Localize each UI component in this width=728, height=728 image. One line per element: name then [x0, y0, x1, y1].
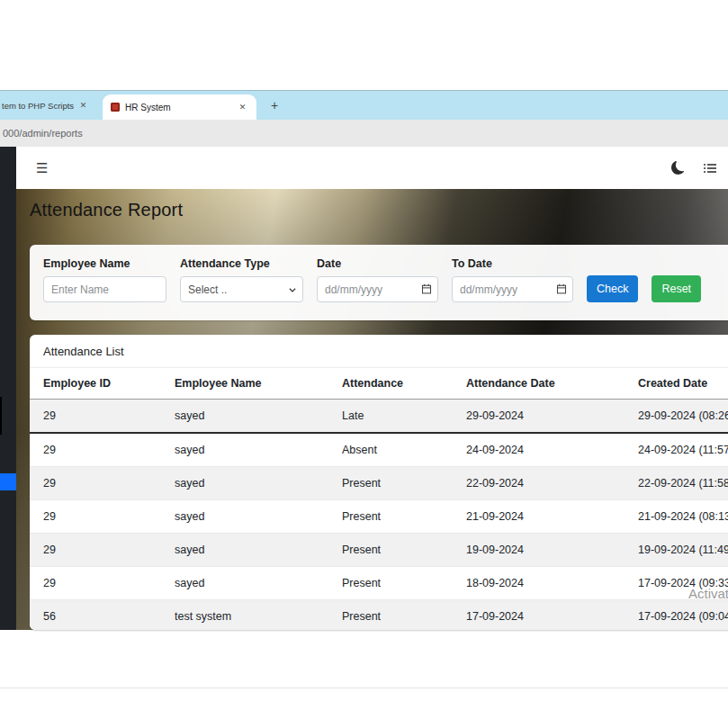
cell-employee-id: 29 [30, 433, 175, 467]
moon-icon [671, 161, 685, 175]
cell-attendance-date: 24-09-2024 [466, 433, 638, 467]
sidebar-active-item[interactable] [0, 473, 16, 490]
cell-attendance-date: 18-09-2024 [466, 567, 638, 600]
close-icon[interactable]: ✕ [77, 100, 89, 112]
page-background: Attendance Report Employee Name Attendan… [16, 189, 728, 630]
attendance-list-title: Attendance List [30, 335, 728, 368]
dark-mode-toggle[interactable] [671, 161, 685, 175]
table-row: 29 sayed Late 29-09-2024 29-09-2024 (08:… [30, 400, 728, 434]
attendance-type-label: Attendance Type [180, 257, 303, 270]
table-row: 29 sayed Present 19-09-2024 19-09-2024 (… [30, 534, 728, 567]
attendance-type-select[interactable]: Select .. [180, 276, 303, 302]
cell-attendance-date: 29-09-2024 [466, 400, 638, 434]
sidebar-scrollbar[interactable] [0, 397, 2, 435]
tab-label: HR System [125, 103, 231, 112]
attendance-list-card: Attendance List Employee ID Employee Nam… [30, 335, 728, 630]
filter-attendance-type: Attendance Type Select .. [180, 257, 303, 302]
favicon-icon [111, 103, 120, 112]
attendance-table: Employee ID Employee Name Attendance Att… [30, 368, 728, 630]
cell-employee-id: 56 [30, 600, 175, 631]
to-date-input[interactable] [452, 276, 573, 302]
navbar-actions [671, 161, 708, 175]
attendance-type-select-wrap: Select .. [180, 276, 303, 302]
reset-button[interactable]: Reset [652, 275, 701, 302]
col-created-date: Created Date [638, 368, 728, 400]
new-tab-button[interactable]: + [265, 95, 284, 115]
col-attendance: Attendance [342, 368, 466, 400]
cell-employee-name: sayed [175, 567, 342, 600]
cell-attendance: Late [342, 400, 466, 434]
col-attendance-date: Attendance Date [466, 368, 638, 400]
col-employee-name: Employee Name [175, 368, 342, 400]
attendance-table-body: 29 sayed Late 29-09-2024 29-09-2024 (08:… [30, 400, 728, 631]
cell-employee-name: sayed [175, 400, 342, 434]
table-row: 29 sayed Present 18-09-2024 17-09-2024 (… [30, 567, 728, 600]
cell-created-date: 24-09-2024 (11:57 [638, 433, 728, 467]
browser-tab-hr-system[interactable]: HR System ✕ [103, 94, 256, 120]
list-icon [703, 161, 717, 175]
close-icon[interactable]: ✕ [237, 102, 248, 113]
table-row: 56 test system Present 17-09-2024 17-09-… [30, 600, 728, 631]
tab-label: tem to PHP Scripts | [2, 101, 74, 111]
sidebar-collapsed[interactable] [0, 147, 16, 630]
date-input-wrap [317, 276, 438, 302]
date-input[interactable] [317, 276, 438, 302]
table-header-row: Employee ID Employee Name Attendance Att… [30, 368, 728, 400]
table-row: 29 sayed Absent 24-09-2024 24-09-2024 (1… [30, 433, 728, 467]
cell-attendance: Present [342, 567, 466, 600]
table-row: 29 sayed Present 21-09-2024 21-09-2024 (… [30, 500, 728, 534]
filter-controls: Employee Name Attendance Type Select .. [43, 257, 728, 302]
address-bar[interactable]: 000/admin/reports [0, 120, 728, 147]
filter-to-date: To Date [452, 257, 573, 302]
cell-employee-name: sayed [175, 500, 342, 534]
activate-watermark: Activate [688, 586, 728, 601]
cell-created-date: 17-09-2024 (09:04 [638, 600, 728, 631]
menu-icon[interactable]: ☰ [36, 160, 48, 176]
date-label: Date [317, 257, 438, 270]
to-date-input-wrap [452, 276, 573, 302]
cell-created-date: 22-09-2024 (11:58 [638, 467, 728, 500]
cell-attendance-date: 21-09-2024 [466, 500, 638, 534]
browser-chrome: tem to PHP Scripts | ✕ HR System ✕ + 000… [0, 90, 728, 147]
cell-employee-id: 29 [30, 534, 175, 567]
address-url: 000/admin/reports [3, 128, 83, 139]
cell-created-date: 29-09-2024 (08:26 [638, 400, 728, 434]
filter-card: Employee Name Attendance Type Select .. [30, 245, 728, 320]
cell-employee-id: 29 [30, 567, 175, 600]
cell-employee-name: sayed [175, 534, 342, 567]
main-area: ☰ Attendance Report Employee Nam [16, 147, 728, 688]
list-menu-button[interactable] [703, 161, 717, 175]
tab-bar: tem to PHP Scripts | ✕ HR System ✕ + [0, 90, 728, 120]
cell-created-date: 19-09-2024 (11:49 [638, 534, 728, 567]
cell-attendance: Absent [342, 433, 466, 467]
table-head: Employee ID Employee Name Attendance Att… [30, 368, 728, 400]
cell-employee-id: 29 [30, 500, 175, 534]
cell-employee-id: 29 [30, 467, 175, 500]
cell-created-date: 21-09-2024 (08:13 [638, 500, 728, 534]
filter-date: Date [317, 257, 438, 302]
app-window: ☰ Attendance Report Employee Nam [0, 147, 728, 688]
table-row: 29 sayed Present 22-09-2024 22-09-2024 (… [30, 467, 728, 500]
cell-attendance-date: 17-09-2024 [466, 600, 638, 631]
cell-attendance: Present [342, 534, 466, 567]
employee-name-input[interactable] [43, 276, 166, 302]
cell-attendance-date: 19-09-2024 [466, 534, 638, 567]
employee-name-label: Employee Name [43, 257, 166, 270]
cell-attendance: Present [342, 500, 466, 534]
cell-attendance: Present [342, 600, 466, 631]
browser-tab-php-scripts[interactable]: tem to PHP Scripts | ✕ [0, 91, 94, 120]
cell-employee-name: sayed [175, 467, 342, 500]
cell-attendance: Present [342, 467, 466, 500]
cell-employee-name: test system [175, 600, 342, 631]
top-navbar: ☰ [16, 147, 728, 189]
to-date-label: To Date [452, 257, 573, 270]
filter-employee-name: Employee Name [43, 257, 166, 302]
cell-employee-id: 29 [30, 400, 175, 434]
screen: tem to PHP Scripts | ✕ HR System ✕ + 000… [0, 0, 728, 728]
cell-attendance-date: 22-09-2024 [466, 467, 638, 500]
col-employee-id: Employee ID [30, 368, 175, 400]
page-title: Attendance Report [30, 200, 183, 220]
check-button[interactable]: Check [587, 275, 638, 302]
cell-employee-name: sayed [175, 433, 342, 467]
